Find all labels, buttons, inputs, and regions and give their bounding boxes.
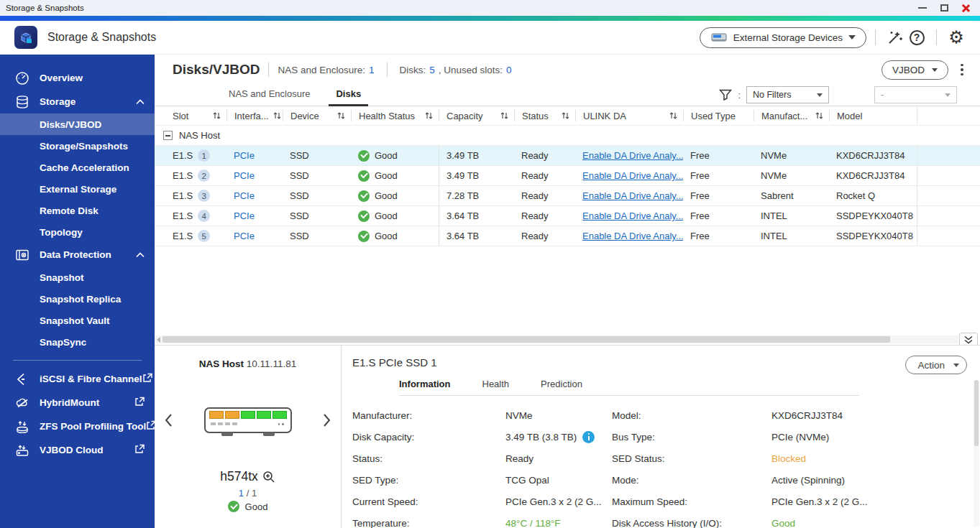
sidebar-item-storage[interactable]: Storage: [0, 90, 155, 114]
sidebar-item-topology[interactable]: Topology: [0, 221, 155, 243]
enable-da-link[interactable]: Enable DA Drive Analy...: [582, 190, 683, 201]
sidebar-item-zfs-pool-profiling-tool[interactable]: ZFS Pool Profiling Tool: [0, 414, 155, 438]
table-row[interactable]: E1.S4 PCIe SSD Good 3.64 TB Ready Enable…: [155, 206, 980, 226]
column-header-interface[interactable]: Interfa...: [226, 110, 283, 121]
sort-icon[interactable]: [337, 111, 345, 120]
settings-button[interactable]: ⚙: [945, 27, 967, 48]
sidebar-item-hybridmount[interactable]: HybridMount: [0, 391, 155, 414]
minimize-button[interactable]: [914, 1, 931, 14]
column-header-used-type[interactable]: Used Type: [683, 110, 754, 121]
filter-select[interactable]: No Filters: [746, 86, 829, 103]
nas-enclosure-label: NAS and Enclosure:: [278, 65, 365, 75]
scrollbar-thumb[interactable]: [162, 336, 890, 343]
sidebar-item-overview[interactable]: Overview: [0, 66, 155, 90]
sidebar-item-snapshot[interactable]: Snapshot: [0, 267, 155, 288]
table-row[interactable]: E1.S5 PCIe SSD Good 3.64 TB Ready Enable…: [155, 226, 980, 246]
device-type: SSD: [283, 186, 351, 205]
smart-assistant-button[interactable]: [884, 27, 906, 48]
sidebar-item-label: Snapshot Replica: [40, 294, 121, 305]
column-header-slot[interactable]: Slot: [155, 110, 226, 121]
model: KXD6CRJJ3T84: [829, 166, 917, 185]
external-storage-devices-button[interactable]: External Storage Devices: [700, 27, 866, 48]
sort-icon[interactable]: [562, 111, 569, 120]
sort-icon[interactable]: [213, 111, 221, 120]
content-area: Disks/VJBOD NAS and Enclosure: 1 Disks: …: [155, 55, 980, 528]
enable-da-link[interactable]: Enable DA Drive Analy...: [582, 170, 683, 181]
collapse-group-icon[interactable]: [163, 131, 173, 140]
sidebar-item-snapshot-vault[interactable]: Snapshot Vault: [0, 310, 155, 331]
vjbod-button[interactable]: VJBOD: [881, 60, 948, 80]
sort-icon[interactable]: [669, 111, 677, 120]
action-button[interactable]: Action: [905, 356, 967, 374]
backup-camera-icon: [14, 247, 30, 263]
interface-link[interactable]: PCIe: [234, 150, 255, 161]
help-button[interactable]: ?: [906, 27, 928, 48]
scroll-left-arrow-icon[interactable]: [157, 337, 160, 343]
sidebar-item-external-storage[interactable]: External Storage: [0, 178, 155, 200]
sidebar-item-storage-snapshots[interactable]: Storage/Snapshots: [0, 135, 155, 157]
close-button[interactable]: [957, 1, 974, 14]
external-drive-icon: [710, 32, 728, 43]
column-header-ulink-da[interactable]: ULINK DA: [575, 110, 683, 121]
column-header-manufacturer[interactable]: Manufact...: [754, 110, 829, 121]
zoom-in-icon[interactable]: [262, 471, 275, 483]
secondary-filter-select[interactable]: -: [874, 86, 957, 103]
interface-link[interactable]: PCIe: [234, 170, 255, 181]
sidebar-item-label: ZFS Pool Profiling Tool: [40, 421, 146, 432]
sort-icon[interactable]: [273, 111, 281, 120]
column-header-health-status[interactable]: Health Status: [351, 110, 439, 121]
tab-disks[interactable]: Disks: [323, 88, 374, 106]
table-row[interactable]: E1.S2 PCIe SSD Good 3.49 TB Ready Enable…: [155, 166, 980, 186]
iscsi-target-icon: [14, 371, 30, 387]
column-header-device[interactable]: Device: [283, 110, 351, 121]
sidebar-item-cache-acceleration[interactable]: Cache Acceleration: [0, 157, 155, 178]
tab-information[interactable]: Information: [399, 379, 451, 389]
device-type: SSD: [283, 146, 351, 165]
more-options-button[interactable]: [954, 64, 970, 76]
enable-da-link[interactable]: Enable DA Drive Analy...: [582, 231, 683, 241]
sort-icon[interactable]: [815, 111, 823, 120]
info-icon[interactable]: [582, 431, 595, 443]
chevron-down-icon: [953, 363, 959, 367]
table-row[interactable]: E1.S1 PCIe SSD Good 3.49 TB Ready Enable…: [155, 146, 980, 166]
sidebar-item-remote-disk[interactable]: Remote Disk: [0, 200, 155, 221]
nas-device-image[interactable]: [204, 407, 292, 433]
filter-funnel-icon[interactable]: [719, 89, 732, 101]
sort-icon[interactable]: [500, 111, 508, 120]
sidebar-item-vjbod-cloud[interactable]: VJBOD Cloud: [0, 438, 155, 462]
external-storage-devices-label: External Storage Devices: [733, 32, 843, 43]
sort-icon[interactable]: [425, 111, 433, 120]
vertical-scrollbar[interactable]: [974, 380, 979, 527]
next-device-button[interactable]: [319, 409, 335, 431]
used-type: Free: [683, 206, 754, 226]
tab-nas-and-enclosure[interactable]: NAS and Enclosure: [216, 88, 323, 106]
column-header-capacity[interactable]: Capacity: [439, 110, 514, 121]
tab-health[interactable]: Health: [482, 379, 510, 389]
column-header-model[interactable]: Model: [829, 110, 917, 121]
slot-label: E1.S: [173, 231, 193, 241]
drive-slot: [225, 411, 239, 419]
enable-da-link[interactable]: Enable DA Drive Analy...: [582, 210, 683, 221]
header-divider: [268, 62, 269, 77]
column-header-status[interactable]: Status: [514, 110, 575, 121]
health-good-icon: [358, 170, 370, 182]
model: Rocket Q: [829, 186, 917, 205]
prev-device-button[interactable]: [160, 409, 176, 431]
scrollbar-thumb[interactable]: [974, 380, 979, 446]
table-row[interactable]: E1.S3 PCIe SSD Good 7.28 TB Ready Enable…: [155, 186, 980, 206]
interface-link[interactable]: PCIe: [234, 231, 255, 241]
sidebar-item-snapsync[interactable]: SnapSync: [0, 331, 155, 353]
tab-prediction[interactable]: Prediction: [541, 379, 582, 389]
interface-link[interactable]: PCIe: [234, 210, 255, 221]
help-icon: ?: [910, 30, 925, 45]
maximize-button[interactable]: [935, 1, 953, 14]
sidebar-item-disks-vjbod[interactable]: Disks/VJBOD: [0, 114, 155, 135]
sidebar-item-snapshot-replica[interactable]: Snapshot Replica: [0, 288, 155, 310]
host-ip: 10.11.11.81: [247, 358, 296, 369]
sidebar-item-iscsi-fibre-channel[interactable]: iSCSI & Fibre Channel: [0, 367, 155, 391]
vjbod-button-label: VJBOD: [892, 65, 925, 75]
sidebar-item-data-protection[interactable]: Data Protection: [0, 243, 155, 267]
enable-da-link[interactable]: Enable DA Drive Analy...: [582, 150, 683, 161]
horizontal-scrollbar[interactable]: [155, 335, 958, 343]
interface-link[interactable]: PCIe: [234, 190, 255, 201]
